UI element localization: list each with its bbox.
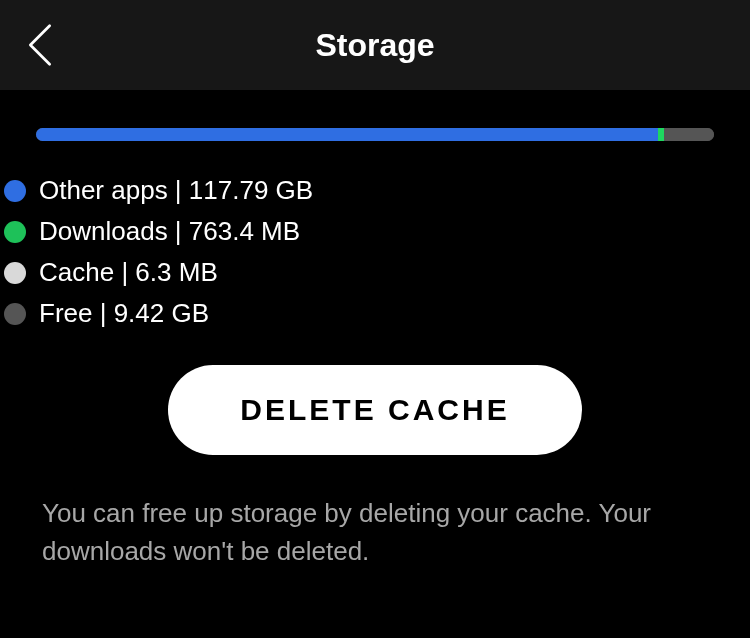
back-button[interactable]	[20, 25, 60, 65]
legend-label: Downloads | 763.4 MB	[39, 216, 300, 247]
storage-bar	[36, 128, 714, 141]
legend-item: Downloads | 763.4 MB	[4, 216, 714, 247]
header: Storage	[0, 0, 750, 90]
legend-label: Other apps | 117.79 GB	[39, 175, 313, 206]
delete-cache-button[interactable]: DELETE CACHE	[168, 365, 581, 455]
legend-item: Free | 9.42 GB	[4, 298, 714, 329]
chevron-left-icon	[26, 23, 54, 67]
legend-label: Cache | 6.3 MB	[39, 257, 218, 288]
page-title: Storage	[315, 27, 434, 64]
legend-label: Free | 9.42 GB	[39, 298, 209, 329]
storage-legend: Other apps | 117.79 GBDownloads | 763.4 …	[4, 175, 714, 329]
legend-dot	[4, 180, 26, 202]
storage-segment	[36, 128, 658, 141]
legend-item: Other apps | 117.79 GB	[4, 175, 714, 206]
legend-item: Cache | 6.3 MB	[4, 257, 714, 288]
help-text: You can free up storage by deleting your…	[36, 495, 714, 570]
content: Other apps | 117.79 GBDownloads | 763.4 …	[0, 90, 750, 570]
legend-dot	[4, 303, 26, 325]
storage-segment	[664, 128, 713, 141]
legend-dot	[4, 221, 26, 243]
button-container: DELETE CACHE	[36, 365, 714, 455]
legend-dot	[4, 262, 26, 284]
